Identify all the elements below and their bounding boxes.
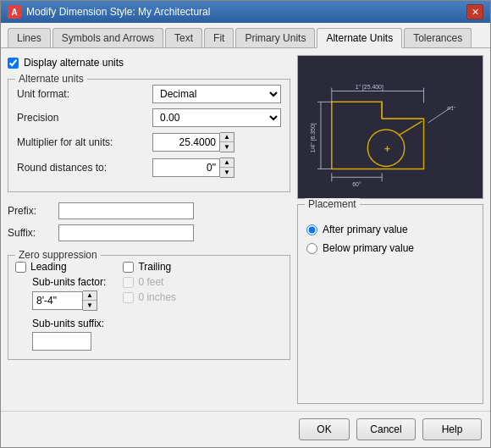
after-primary-label: After primary value [323,224,408,235]
tab-text[interactable]: Text [165,28,202,47]
tab-alternate-units[interactable]: Alternate Units [317,28,402,48]
below-primary-row: Below primary value [306,242,474,254]
multiplier-row: Multiplier for alt units: 25.4000 ▲ ▼ [17,132,281,152]
inches-checkbox[interactable] [123,292,134,303]
zero-col-right: Trailing 0 feet 0 inches [123,261,176,351]
sub-units-suffix-label: Sub-units suffix: [32,318,106,329]
round-distances-spinner: 0" ▲ ▼ [152,158,234,178]
window-title: Modify Dimension Style: My Architectural [26,6,210,18]
inches-label: 0 inches [138,291,176,303]
trailing-row: Trailing [123,261,176,273]
precision-label: Precision [17,112,152,124]
unit-format-select[interactable]: Decimal Engineering Architectural [152,85,281,103]
tabs-bar: Lines Symbols and Arrows Text Fit Primar… [1,23,490,48]
round-distances-row: Round distances to: 0" ▲ ▼ [17,158,281,178]
inches-row: 0 inches [123,291,176,303]
preview-svg: + 1" [25.400] 1/4" [6.350] [298,56,483,198]
multiplier-up-button[interactable]: ▲ [220,133,234,142]
alternate-units-group: Alternate units Unit format: Decimal Eng… [8,79,290,192]
display-alternate-units-label: Display alternate units [24,57,124,69]
trailing-label: Trailing [138,261,171,273]
right-panel: + 1" [25.400] 1/4" [6.350] [297,55,483,404]
ok-button[interactable]: OK [299,418,350,440]
tab-tolerances[interactable]: Tolerances [404,28,472,47]
prefix-suffix-section: Prefix: Suffix: [8,202,290,246]
leading-checkbox[interactable] [15,262,26,273]
round-distances-value[interactable]: 0" [152,158,220,177]
sub-factor-up-button[interactable]: ▲ [83,291,97,301]
tab-primary-units[interactable]: Primary Units [235,28,315,47]
svg-text:+: + [384,143,390,155]
suffix-label: Suffix: [8,227,58,239]
zero-suppression-group: Zero suppression Leading Sub-units facto… [8,255,290,360]
sub-units-factor-label: Sub-units factor: [32,276,106,288]
multiplier-down-button[interactable]: ▼ [220,142,234,152]
leading-row: Leading [15,261,106,273]
suffix-row: Suffix: [8,224,290,241]
feet-checkbox[interactable] [123,277,134,288]
zero-suppression-inner: Leading Sub-units factor: ▲ ▼ [15,261,283,351]
multiplier-label: Multiplier for alt units: [17,136,152,148]
tab-symbols-arrows[interactable]: Symbols and Arrows [52,28,163,47]
after-primary-row: After primary value [306,224,474,235]
title-bar: A Modify Dimension Style: My Architectur… [1,1,490,23]
left-panel: Display alternate units Alternate units … [8,55,290,404]
below-primary-label: Below primary value [323,242,414,254]
svg-text:1/4" [6.350]: 1/4" [6.350] [310,123,317,152]
leading-label: Leading [30,261,67,273]
title-bar-left: A Modify Dimension Style: My Architectur… [8,5,210,19]
svg-text:60°: 60° [352,181,361,187]
trailing-checkbox[interactable] [123,262,134,273]
svg-rect-0 [298,56,482,198]
sub-units-factor-section: Sub-units factor: ▲ ▼ [32,276,106,311]
suffix-input[interactable] [58,224,194,241]
main-content: Display alternate units Alternate units … [1,48,490,411]
placement-group-label: Placement [305,198,360,210]
help-button[interactable]: Help [422,418,482,440]
svg-text:1" [25.400]: 1" [25.400] [356,84,383,91]
bottom-bar: OK Cancel Help [1,411,490,447]
zero-suppression-label: Zero suppression [15,249,101,261]
round-distances-label: Round distances to: [17,162,152,174]
after-primary-radio[interactable] [306,224,317,235]
preview-box: + 1" [25.400] 1/4" [6.350] [297,55,483,199]
sub-units-factor-spinner: ▲ ▼ [32,290,106,311]
unit-format-label: Unit format: [17,88,152,100]
tab-fit[interactable]: Fit [204,28,234,47]
main-window: A Modify Dimension Style: My Architectur… [0,0,491,448]
tab-lines[interactable]: Lines [8,28,51,47]
placement-group: Placement After primary value Below prim… [297,204,483,404]
sub-units-suffix-section: Sub-units suffix: [32,318,106,351]
below-primary-radio[interactable] [306,243,317,254]
sub-units-suffix-input[interactable] [32,332,91,351]
display-alternate-units-checkbox[interactable] [8,58,19,69]
alternate-units-group-label: Alternate units [15,73,87,85]
prefix-input[interactable] [58,202,194,219]
display-alternate-units-row: Display alternate units [8,55,290,70]
feet-row: 0 feet [123,276,176,288]
cancel-button[interactable]: Cancel [356,418,416,440]
precision-row: Precision 0.00 0 0.0 0.000 [17,108,281,127]
sub-factor-down-button[interactable]: ▼ [83,301,97,310]
sub-units-factor-input[interactable] [32,291,83,310]
feet-label: 0 feet [138,276,163,288]
zero-col-left: Leading Sub-units factor: ▲ ▼ [15,261,106,351]
round-distances-up-button[interactable]: ▲ [220,158,234,168]
round-distances-spinner-buttons: ▲ ▼ [220,158,234,178]
precision-select[interactable]: 0.00 0 0.0 0.000 [152,108,281,127]
multiplier-spinner-buttons: ▲ ▼ [220,132,234,152]
svg-text:R1": R1" [447,106,455,111]
unit-format-row: Unit format: Decimal Engineering Archite… [17,85,281,103]
round-distances-down-button[interactable]: ▼ [220,168,234,177]
sub-factor-spinner-buttons: ▲ ▼ [83,290,97,311]
prefix-row: Prefix: [8,202,290,219]
multiplier-spinner: 25.4000 ▲ ▼ [152,132,234,152]
multiplier-value[interactable]: 25.4000 [152,133,220,152]
app-icon: A [8,5,21,19]
prefix-label: Prefix: [8,205,58,217]
close-button[interactable]: ✕ [466,4,483,19]
